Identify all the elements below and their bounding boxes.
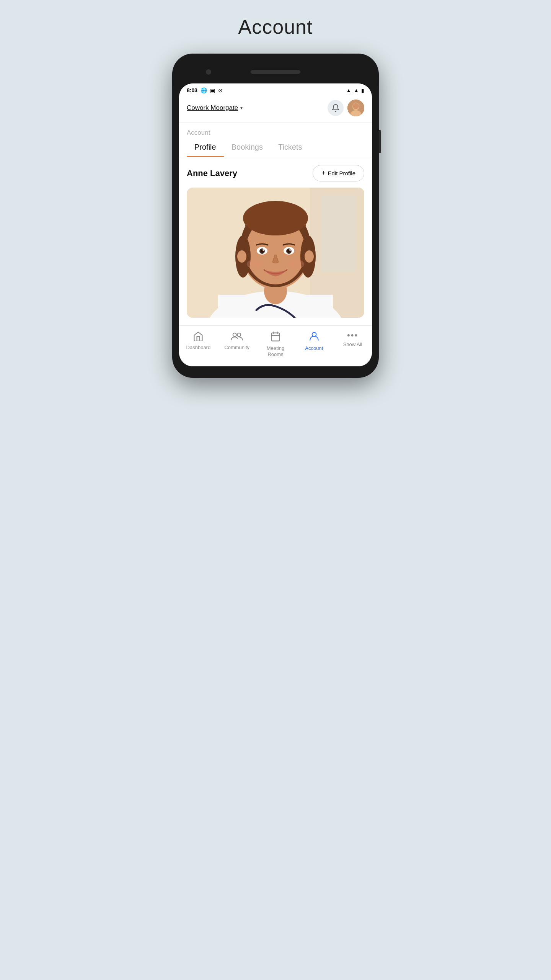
app-header: Cowork Moorgate ▾ (179, 96, 372, 123)
svg-point-23 (289, 249, 291, 251)
dashboard-icon (193, 331, 204, 343)
bottom-nav: Dashboard Community (179, 325, 372, 366)
signal-icon: ▲ (354, 87, 359, 93)
phone-screen: 8:03 🌐 ▣ ⊘ ▲ ▲ ▮ Cowork Moorgate ▾ (179, 83, 372, 366)
svg-point-29 (237, 333, 241, 336)
phone-speaker (251, 70, 300, 74)
user-avatar[interactable] (347, 100, 364, 116)
svg-point-25 (289, 260, 304, 269)
bell-icon (331, 104, 340, 112)
dashboard-label: Dashboard (186, 345, 211, 351)
meeting-rooms-icon (270, 331, 281, 343)
workspace-selector[interactable]: Cowork Moorgate ▾ (187, 104, 243, 112)
avatar-initials (347, 100, 364, 116)
edit-profile-button[interactable]: + Edit Profile (313, 165, 364, 181)
svg-point-27 (305, 250, 314, 263)
profile-illustration (187, 188, 364, 318)
status-right: ▲ ▲ ▮ (346, 87, 364, 93)
plus-icon: + (321, 169, 326, 177)
svg-rect-6 (321, 195, 356, 272)
workspace-chevron-icon: ▾ (240, 105, 243, 111)
profile-photo-container (179, 188, 372, 325)
notifications-button[interactable] (328, 100, 344, 116)
profile-section: Anne Lavery + Edit Profile (179, 157, 372, 188)
phone-top-bar (179, 65, 372, 79)
status-bar: 8:03 🌐 ▣ ⊘ ▲ ▲ ▮ (179, 83, 372, 96)
show-all-icon: ••• (347, 331, 358, 340)
page-title: Account (238, 15, 313, 38)
community-icon (231, 331, 243, 343)
nav-item-account[interactable]: Account (299, 331, 329, 357)
svg-rect-30 (271, 333, 279, 341)
avatar-svg (347, 100, 364, 116)
svg-point-19 (262, 249, 264, 251)
wifi-icon: ▲ (346, 87, 351, 93)
account-icon (309, 331, 319, 343)
workspace-name-text: Cowork Moorgate (187, 104, 238, 112)
tab-tickets[interactable]: Tickets (271, 137, 310, 157)
meeting-rooms-label: MeetingRooms (267, 345, 284, 357)
nav-item-show-all[interactable]: ••• Show All (337, 331, 368, 357)
svg-point-24 (247, 260, 262, 269)
svg-point-26 (237, 250, 246, 263)
show-all-label: Show All (343, 341, 362, 348)
nav-item-meeting-rooms[interactable]: MeetingRooms (260, 331, 291, 357)
phone-frame: 8:03 🌐 ▣ ⊘ ▲ ▲ ▮ Cowork Moorgate ▾ (172, 54, 379, 378)
svg-point-3 (353, 103, 359, 109)
account-label: Account (305, 345, 323, 351)
tab-profile[interactable]: Profile (187, 137, 224, 157)
nav-item-community[interactable]: Community (222, 331, 252, 357)
profile-photo (187, 188, 364, 318)
status-time: 8:03 (187, 87, 197, 93)
svg-point-28 (233, 333, 236, 336)
account-section-label: Account (179, 123, 372, 137)
notification-icon: ⊘ (218, 87, 223, 93)
battery-icon: ▮ (361, 87, 364, 93)
user-name: Anne Lavery (187, 168, 237, 178)
community-label: Community (224, 345, 249, 351)
tab-bookings[interactable]: Bookings (224, 137, 271, 157)
edit-profile-label: Edit Profile (328, 170, 355, 176)
tabs-container: Profile Bookings Tickets (179, 137, 372, 157)
front-camera (206, 69, 211, 75)
status-left: 8:03 🌐 ▣ ⊘ (187, 87, 223, 93)
globe-icon: 🌐 (201, 87, 207, 93)
volume-button (379, 130, 381, 153)
sd-icon: ▣ (210, 87, 215, 93)
header-actions (328, 100, 364, 116)
nav-item-dashboard[interactable]: Dashboard (183, 331, 214, 357)
